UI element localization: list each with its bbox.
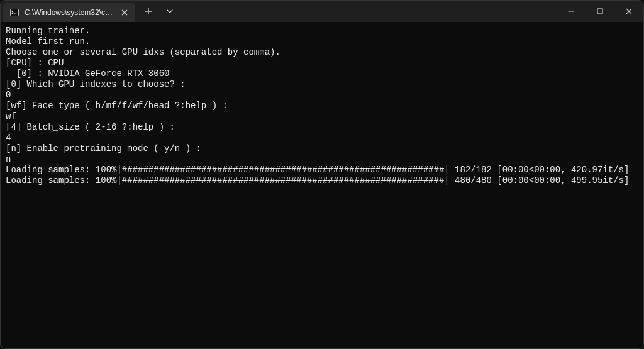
maximize-icon: [596, 8, 604, 15]
terminal-line: [0] Which GPU indexes to choose? :: [6, 79, 638, 90]
chevron-down-icon: [166, 8, 174, 15]
maximize-button[interactable]: [586, 1, 614, 22]
close-icon: [121, 9, 128, 16]
cmd-icon: [9, 8, 19, 18]
minimize-button[interactable]: [557, 1, 586, 22]
terminal-window: C:\Windows\system32\cmd.exe: [0, 0, 644, 349]
tab-active[interactable]: C:\Windows\system32\cmd.exe: [3, 3, 135, 22]
plus-icon: [145, 8, 152, 15]
tab-dropdown-button[interactable]: [159, 2, 180, 21]
svg-rect-7: [597, 9, 602, 14]
titlebar-drag-region[interactable]: [180, 1, 557, 22]
terminal-line: Loading samples: 100%|##################…: [6, 165, 638, 175]
terminal-output[interactable]: Running trainer.Model first run.Choose o…: [1, 22, 643, 348]
window-controls: [557, 1, 643, 22]
close-icon: [625, 8, 633, 15]
terminal-line: wf: [6, 111, 638, 122]
terminal-line: Choose one or several GPU idxs (separate…: [6, 47, 638, 58]
minimize-icon: [567, 8, 575, 15]
svg-rect-0: [11, 9, 19, 16]
new-tab-button[interactable]: [138, 2, 159, 21]
terminal-line: Running trainer.: [6, 26, 638, 36]
tab-title: C:\Windows\system32\cmd.exe: [25, 8, 114, 17]
terminal-line: n: [6, 154, 638, 165]
title-bar[interactable]: C:\Windows\system32\cmd.exe: [1, 1, 643, 22]
terminal-line: 4: [6, 133, 638, 143]
terminal-line: [CPU] : CPU: [6, 58, 638, 69]
tab-close-button[interactable]: [119, 7, 130, 18]
terminal-line: [0] : NVIDIA GeForce RTX 3060: [6, 69, 638, 79]
terminal-line: Model first run.: [6, 36, 638, 47]
tab-actions: [135, 1, 180, 22]
terminal-line: [4] Batch_size ( 2-16 ?:help ) :: [6, 122, 638, 133]
terminal-line: 0: [6, 90, 638, 101]
terminal-line: [wf] Face type ( h/mf/f/wf/head ?:help )…: [6, 101, 638, 111]
terminal-line: Loading samples: 100%|##################…: [6, 175, 638, 186]
window-close-button[interactable]: [614, 1, 643, 22]
terminal-line: [n] Enable pretraining mode ( y/n ) :: [6, 143, 638, 154]
